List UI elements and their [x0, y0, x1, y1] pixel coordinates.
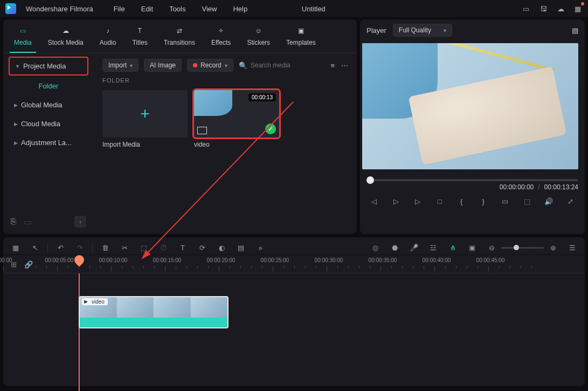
display-icon[interactable]: ▭: [500, 197, 510, 205]
ruler-stamp: 00:00:25:00: [261, 257, 289, 263]
crop-icon[interactable]: ⬚: [139, 244, 149, 252]
list-icon[interactable]: ☰: [568, 244, 577, 252]
audio-icon: ♪: [102, 25, 114, 37]
refresh-icon[interactable]: ⟳: [197, 244, 207, 252]
timeline-panel: ▦ ↖ ↶ ↷ 🗑 ✂ ⬚ ⏱ T ⟳ ◐ ▤ » ◎ ⬣ 🎤 ☳ ⋔ ▣ ⊖ …: [3, 237, 585, 386]
tab-media[interactable]: ▭Media: [10, 23, 36, 53]
delete-icon[interactable]: 🗑: [100, 244, 110, 252]
menu-view[interactable]: View: [202, 5, 217, 13]
play-icon[interactable]: ▷: [391, 197, 402, 205]
save-icon[interactable]: 🖫: [538, 4, 548, 13]
cursor-icon[interactable]: ↖: [30, 244, 40, 252]
search-icon: 🔍: [239, 61, 247, 70]
chevron-right-icon: ▶: [14, 121, 18, 127]
duration-badge: 00:00:13: [248, 93, 276, 101]
screen-icon[interactable]: ▭: [521, 4, 531, 13]
quality-select[interactable]: Full Quality ▾: [393, 24, 452, 37]
app-name: Wondershare Filmora: [26, 5, 93, 13]
filter-icon[interactable]: ≡: [330, 61, 335, 70]
ai-image-button[interactable]: AI Image: [144, 59, 182, 72]
player-panel: Player Full Quality ▾ ▧ 00:00:00:00 / 00…: [360, 19, 585, 234]
mark-in-icon[interactable]: {: [456, 197, 467, 205]
menubar: File Edit Tools View Help: [114, 5, 247, 13]
mark-out-icon[interactable]: }: [478, 197, 489, 205]
tab-titles[interactable]: TTitles: [128, 23, 151, 53]
ruler-stamp: 00:00:05:00: [45, 257, 74, 263]
media-icon: ▭: [17, 25, 29, 37]
search-input[interactable]: [251, 61, 326, 69]
thumbnail-icon: [197, 127, 207, 134]
render-icon[interactable]: ▣: [467, 244, 477, 252]
text-icon[interactable]: T: [178, 244, 188, 252]
sidebar-cloud-media[interactable]: ▶Cloud Media: [9, 115, 88, 132]
zoom-in-icon[interactable]: ⊕: [548, 244, 558, 252]
ruler-stamp: 00:00: [0, 257, 12, 263]
effects-icon: ✧: [215, 25, 227, 37]
speed-icon[interactable]: ⏱: [158, 244, 168, 252]
tab-audio[interactable]: ♪Audio: [95, 23, 121, 53]
ruler-stamp: 00:00:30:00: [315, 257, 343, 263]
ruler-stamp: 00:00:15:00: [153, 257, 182, 263]
menu-tools[interactable]: Tools: [169, 5, 185, 13]
color-icon[interactable]: ◐: [217, 244, 226, 252]
menu-file[interactable]: File: [114, 5, 125, 13]
chevron-right-icon: ▶: [14, 102, 18, 108]
grid-icon[interactable]: ▦: [11, 244, 20, 252]
apps-icon[interactable]: ▦: [573, 4, 583, 13]
marker-icon[interactable]: ⬣: [390, 244, 399, 252]
zoom-out-icon[interactable]: ⊖: [487, 244, 496, 252]
chevron-right-icon: ▶: [14, 140, 18, 146]
clip-label: video: [82, 298, 108, 305]
magnet-icon[interactable]: ⋔: [448, 244, 458, 252]
ruler-stamp: 00:00:20:00: [207, 257, 236, 263]
ruler-stamp: 00:00:35:00: [369, 257, 397, 263]
redo-icon[interactable]: ↷: [75, 244, 85, 252]
stop-icon[interactable]: □: [434, 197, 445, 205]
undo-icon[interactable]: ↶: [56, 244, 65, 252]
timeline-clip-video[interactable]: video: [79, 296, 229, 328]
check-icon: ✓: [265, 124, 276, 134]
grid-heading: FOLDER: [102, 77, 348, 84]
play-forward-icon[interactable]: ▷: [412, 197, 423, 205]
time-current: 00:00:00:00: [500, 183, 534, 191]
new-folder-icon[interactable]: ⎘: [11, 217, 16, 227]
media-sidebar: ▼Project Media Folder ▶Global Media ▶Clo…: [3, 53, 94, 234]
fullscreen-icon[interactable]: ⤢: [565, 197, 576, 205]
media-tile-video[interactable]: 00:00:13 ✓ video: [194, 90, 279, 148]
more-tools-icon[interactable]: »: [255, 244, 265, 252]
media-grid: Import▾ AI Image Record▾ 🔍 ≡ ⋯ FOLDER: [94, 53, 357, 234]
record-button[interactable]: Record▾: [187, 59, 233, 72]
adjust-icon[interactable]: ▤: [236, 244, 246, 252]
volume-icon[interactable]: 🔊: [543, 197, 554, 205]
preview-viewport[interactable]: [362, 43, 578, 169]
import-button[interactable]: Import▾: [102, 59, 139, 72]
cut-icon[interactable]: ✂: [120, 244, 129, 252]
sidebar-folder[interactable]: Folder: [9, 78, 88, 94]
tab-templates[interactable]: ▣Templates: [282, 23, 320, 53]
folder-icon[interactable]: ▭: [24, 217, 32, 227]
scrubber[interactable]: [366, 179, 578, 181]
sidebar-global-media[interactable]: ▶Global Media: [9, 97, 88, 113]
menu-help[interactable]: Help: [233, 5, 247, 13]
tab-stickers[interactable]: ☺Stickers: [243, 23, 274, 53]
tab-effects[interactable]: ✧Effects: [207, 23, 235, 53]
collapse-sidebar-button[interactable]: ‹: [74, 216, 86, 228]
prev-frame-icon[interactable]: ◁: [369, 197, 379, 205]
search-media[interactable]: 🔍: [239, 61, 326, 70]
target-icon[interactable]: ◎: [370, 244, 380, 252]
camera-icon[interactable]: ⬚: [522, 197, 532, 205]
cloud-icon[interactable]: ☁: [556, 4, 565, 13]
mic-icon[interactable]: 🎤: [409, 244, 419, 252]
plus-icon: +: [140, 105, 150, 123]
sidebar-adjustment-layer[interactable]: ▶Adjustment La...: [9, 134, 88, 151]
import-media-tile[interactable]: + Import Media: [102, 90, 188, 148]
mixer-icon[interactable]: ☳: [428, 244, 438, 252]
menu-edit[interactable]: Edit: [141, 5, 153, 13]
tab-transitions[interactable]: ⇄Transitions: [160, 23, 199, 53]
tab-stock-media[interactable]: ☁Stock Media: [44, 23, 88, 53]
snapshot-icon[interactable]: ▧: [572, 26, 578, 35]
sidebar-project-media[interactable]: ▼Project Media: [9, 57, 88, 76]
more-icon[interactable]: ⋯: [341, 61, 348, 70]
ruler-stamp: 00:00:45:00: [476, 257, 505, 263]
zoom-slider[interactable]: [501, 247, 544, 249]
